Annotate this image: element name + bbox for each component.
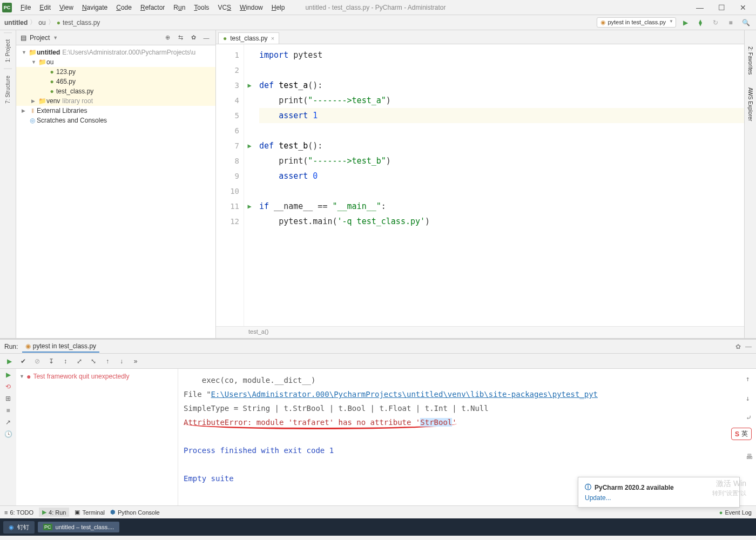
taskbar-item[interactable]: PCuntitled – test_class.... — [38, 522, 119, 532]
hide-icon[interactable]: — — [201, 35, 211, 41]
coverage-button[interactable]: ↻ — [710, 17, 721, 29]
tree-file[interactable]: ● 123.py — [16, 67, 215, 77]
menu-vcs[interactable]: VCS — [213, 2, 235, 14]
tree-folder-ou[interactable]: ▼ 📁 ou — [16, 57, 215, 67]
tab-aws-explorer[interactable]: AWS Explorer — [746, 81, 754, 127]
debug-button[interactable]: ⧫ — [694, 17, 706, 29]
tree-external-libraries[interactable]: ▶ ⫴ External Libraries — [16, 106, 215, 116]
rerun-failed-icon[interactable]: ⟲ — [5, 383, 11, 390]
soft-wrap-icon[interactable]: ⤶ — [746, 411, 753, 425]
more-button[interactable]: » — [130, 355, 141, 367]
menu-view[interactable]: View — [55, 2, 78, 14]
right-tool-strip: 2: Favorites AWS Explorer — [744, 30, 756, 338]
rerun-button[interactable]: ▶ — [3, 355, 15, 367]
status-terminal[interactable]: ▣Terminal — [75, 509, 105, 516]
editor-body[interactable]: 123 456 789 101112 ▶ ▶ ▶ import pytest d… — [216, 44, 756, 326]
breadcrumb: untitled 〉 ou 〉 ● test_class.py — [4, 18, 597, 27]
editor-tabs: ● test_class.py × — [216, 30, 756, 44]
menu-tools[interactable]: Tools — [190, 2, 213, 14]
run-line-icon[interactable]: ▶ — [244, 138, 255, 153]
run-tree[interactable]: ▼ ● Test framework quit unexpectedly — [16, 369, 178, 505]
tab-project[interactable]: 1: Project — [4, 32, 12, 69]
scroll-up-icon[interactable]: ↑ — [746, 372, 753, 386]
settings-icon[interactable]: ✿ — [188, 34, 198, 41]
run-button[interactable]: ▶ — [679, 17, 691, 29]
status-todo[interactable]: ≡6: TODO — [4, 509, 33, 516]
collapse-icon[interactable]: ⇆ — [176, 34, 185, 41]
run-line-icon[interactable]: ▶ — [244, 78, 255, 93]
expand-icon[interactable]: ▶ — [31, 98, 38, 104]
taskbar-item[interactable]: ◉钉钉 — [3, 521, 35, 534]
editor-tab[interactable]: ● test_class.py × — [218, 32, 279, 44]
menu-run[interactable]: Run — [169, 2, 190, 14]
expand-icon[interactable]: ▼ — [19, 374, 24, 379]
expand-icon[interactable]: ▼ — [22, 50, 28, 55]
ime-indicator[interactable]: S 英 — [731, 428, 752, 440]
close-button[interactable]: ✕ — [732, 3, 754, 12]
toggle-auto-icon[interactable]: ⊞ — [5, 395, 11, 402]
toggle-ignored-button[interactable]: ⊘ — [31, 355, 43, 367]
search-button[interactable]: 🔍 — [740, 17, 752, 29]
file-link[interactable]: E:\Users\Administrator.000\PycharmProjec… — [211, 390, 598, 399]
menu-window[interactable]: Window — [235, 2, 267, 14]
project-panel-title[interactable]: Project — [30, 34, 50, 42]
menu-help[interactable]: Help — [267, 2, 289, 14]
expand-icon[interactable]: ▼ — [31, 59, 38, 65]
expand-button[interactable]: ⤢ — [73, 355, 85, 367]
ime-icon: S — [735, 430, 739, 438]
menu-edit[interactable]: Edit — [35, 2, 55, 14]
settings-icon[interactable]: ✿ — [735, 343, 741, 350]
sort-button[interactable]: ↧ — [45, 355, 57, 367]
breadcrumb-folder[interactable]: ou — [38, 19, 45, 26]
dropdown-icon[interactable]: ▼ — [53, 35, 58, 40]
locate-icon[interactable]: ⊕ — [163, 34, 172, 41]
run-panel-tab[interactable]: ◉ pytest in test_class.py — [22, 341, 99, 353]
project-tree[interactable]: ▼ 📁 untitled E:\Users\Administrator.000\… — [16, 45, 215, 127]
export-icon[interactable]: ↗ — [5, 418, 11, 426]
tab-structure[interactable]: 7: Structure — [4, 69, 12, 110]
history-icon[interactable]: 🕓 — [4, 430, 12, 438]
toggle-pass-button[interactable]: ✔ — [17, 355, 29, 367]
status-eventlog[interactable]: ●Event Log — [719, 509, 752, 516]
tree-root[interactable]: ▼ 📁 untitled E:\Users\Administrator.000\… — [16, 48, 215, 57]
status-run[interactable]: ▶4: Run — [39, 508, 69, 517]
status-pyconsole[interactable]: ⬢Python Console — [110, 509, 160, 516]
test-result-row[interactable]: ▼ ● Test framework quit unexpectedly — [18, 371, 176, 382]
run-line-icon[interactable]: ▶ — [244, 199, 255, 214]
menu-refactor[interactable]: Refactor — [136, 2, 169, 14]
rerun-icon[interactable]: ▶ — [6, 371, 11, 379]
title-bar: PC File Edit View Navigate Code Refactor… — [0, 0, 756, 15]
info-icon: ⓘ — [585, 483, 591, 492]
expand-icon[interactable]: ▶ — [22, 108, 28, 113]
menu-navigate[interactable]: Navigate — [78, 2, 112, 14]
taskbar: ◉钉钉 PCuntitled – test_class.... — [0, 518, 756, 536]
tree-venv[interactable]: ▶ 📁 venv library root — [16, 96, 215, 106]
minimize-button[interactable]: — — [689, 3, 711, 12]
maximize-button[interactable]: ☐ — [711, 3, 732, 12]
navigation-bar: untitled 〉 ou 〉 ● test_class.py ◉ pytest… — [0, 15, 756, 30]
breadcrumb-file[interactable]: test_class.py — [63, 19, 100, 26]
tab-favorites[interactable]: 2: Favorites — [746, 30, 754, 81]
editor-breadcrumb[interactable]: test_a() — [216, 326, 756, 338]
next-button[interactable]: ↓ — [116, 355, 127, 367]
tree-scratches[interactable]: ◎ Scratches and Consoles — [16, 116, 215, 125]
menu-file[interactable]: File — [16, 2, 35, 14]
print-icon[interactable]: 🖶 — [746, 450, 753, 464]
close-icon[interactable]: × — [271, 35, 274, 42]
prev-button[interactable]: ↑ — [102, 355, 113, 367]
hide-icon[interactable]: — — [745, 343, 752, 350]
tree-file[interactable]: ● test_class.py — [16, 86, 215, 96]
sort-alpha-button[interactable]: ↕ — [59, 355, 71, 367]
run-panel-header: Run: ◉ pytest in test_class.py ✿ — — [0, 340, 756, 354]
collapse-button[interactable]: ⤡ — [87, 355, 99, 367]
code-area[interactable]: import pytest def test_a(): print("-----… — [255, 44, 756, 326]
stop-button[interactable]: ■ — [725, 17, 737, 29]
update-link[interactable]: Update... — [585, 494, 733, 502]
stop-icon[interactable]: ■ — [6, 407, 10, 414]
tree-file[interactable]: ● 465.py — [16, 77, 215, 86]
menu-code[interactable]: Code — [112, 2, 136, 14]
scroll-down-icon[interactable]: ↓ — [746, 392, 753, 406]
breadcrumb-root[interactable]: untitled — [4, 19, 28, 26]
app-icon: ◉ — [9, 524, 14, 531]
run-config-select[interactable]: ◉ pytest in test_class.py — [597, 17, 676, 28]
